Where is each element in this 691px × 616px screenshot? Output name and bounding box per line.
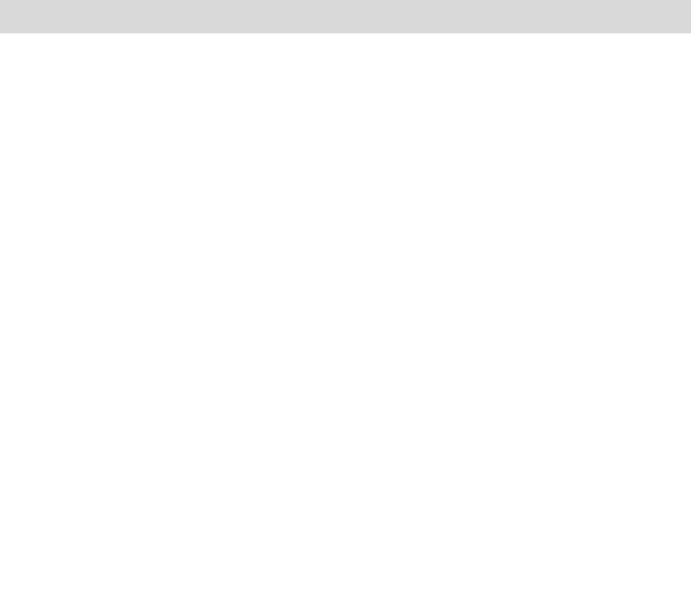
- wiring-diagram-page: { "title": "Fig 2: Automatic A/C Circuit…: [0, 0, 691, 616]
- wiring-diagram: [0, 0, 691, 616]
